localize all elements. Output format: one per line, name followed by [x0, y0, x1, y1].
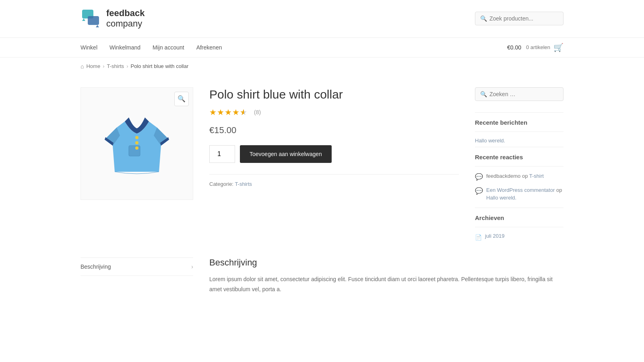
- breadcrumb-current: Polo shirt blue with collar: [130, 63, 188, 69]
- comment-text-1: feedbackdemo op T-shirt: [486, 172, 544, 180]
- description-tab-label: Beschrijving: [80, 263, 111, 270]
- quantity-input[interactable]: [209, 145, 235, 163]
- recent-posts-title: Recente berichten: [475, 112, 564, 126]
- logo-company: company: [106, 19, 144, 29]
- product-area: 🔍: [80, 87, 459, 245]
- product-stars: ★★★★★★: [209, 107, 248, 117]
- nav-winkel[interactable]: Winkel: [80, 44, 97, 51]
- description-tab[interactable]: Beschrijving ›: [80, 257, 193, 276]
- svg-rect-2: [129, 146, 140, 156]
- comment-user-1: feedbackdemo: [486, 173, 520, 179]
- description-section: Beschrijving › Beschrijving Lorem ipsum …: [0, 257, 644, 311]
- comment-bubble-icon-2: 💬: [475, 187, 483, 195]
- archive-link-1[interactable]: juli 2019: [485, 233, 504, 239]
- cart-icon[interactable]: 🛒: [553, 43, 564, 52]
- main-content: 🔍: [0, 75, 644, 257]
- stars-area: ★★★★★★ (8): [209, 107, 459, 117]
- logo-area: feedback company: [80, 8, 144, 29]
- product-image: [97, 99, 177, 188]
- main-nav: Winkel Winkelmand Mijn account Afrekenen…: [0, 38, 644, 58]
- desc-tab-col: Beschrijving ›: [80, 257, 193, 294]
- recent-posts-separator: [475, 132, 564, 132]
- sidebar-post-link-1[interactable]: Hallo wereld.: [475, 138, 564, 144]
- review-count: (8): [254, 109, 261, 115]
- description-title: Beschrijving: [209, 257, 564, 268]
- archive-icon: 📄: [475, 234, 482, 241]
- sidebar-search-input[interactable]: [489, 91, 558, 97]
- nav-afrekenen[interactable]: Afrekenen: [196, 44, 222, 51]
- home-icon: ⌂: [80, 63, 84, 70]
- product-image-col: 🔍: [80, 87, 193, 245]
- recent-comments-separator: [475, 166, 564, 167]
- comment-link-2[interactable]: Hallo wereld.: [486, 195, 516, 201]
- logo-text: feedback company: [106, 8, 144, 29]
- sidebar-search-icon: 🔍: [480, 91, 487, 97]
- nav-winkelmand[interactable]: Winkelmand: [109, 44, 140, 51]
- comment-user-link-2[interactable]: Een WordPress commentator: [486, 187, 555, 193]
- sidebar: 🔍 Recente berichten Hallo wereld. Recent…: [475, 87, 564, 245]
- product-price: €15.00: [209, 125, 459, 136]
- nav-links: Winkel Winkelmand Mijn account Afrekenen: [80, 38, 222, 57]
- archives-title: Archieven: [475, 208, 564, 221]
- breadcrumb-sep-1: ›: [103, 63, 104, 69]
- breadcrumb: ⌂ Home › T-shirts › Polo shirt blue with…: [0, 58, 644, 75]
- site-header: feedback company 🔍: [0, 0, 644, 38]
- sidebar-search-box[interactable]: 🔍: [475, 87, 564, 101]
- comment-text-2: Een WordPress commentator op Hallo werel…: [486, 186, 564, 202]
- search-icon: 🔍: [480, 15, 487, 22]
- tab-arrow-icon: ›: [191, 263, 193, 270]
- logo-feedback: feedback: [106, 8, 144, 19]
- comment-bubble-icon: 💬: [475, 173, 483, 181]
- product-title: Polo shirt blue with collar: [209, 87, 459, 102]
- product-details: Polo shirt blue with collar ★★★★★★ (8) €…: [209, 87, 459, 245]
- cart-count: 0 artikelen: [526, 44, 550, 50]
- category-link[interactable]: T-shirts: [235, 181, 252, 187]
- product-image-wrapper: 🔍: [80, 87, 193, 200]
- nav-mijn-account[interactable]: Mijn account: [153, 44, 184, 51]
- breadcrumb-home[interactable]: Home: [86, 63, 100, 69]
- breadcrumb-sep-2: ›: [126, 63, 128, 69]
- logo-icon: [80, 8, 101, 29]
- category-line: Categorie: T-shirts: [209, 174, 459, 187]
- svg-point-3: [135, 136, 138, 139]
- archives-separator: [475, 227, 564, 227]
- header-search-input[interactable]: [489, 15, 558, 22]
- zoom-button[interactable]: 🔍: [174, 92, 189, 106]
- comment-link-1[interactable]: T-shirt: [529, 173, 544, 179]
- comment-prep-1: op: [522, 173, 529, 179]
- header-search-box[interactable]: 🔍: [475, 12, 564, 25]
- add-to-cart-row: Toevoegen aan winkelwagen: [209, 145, 459, 163]
- cart-area: €0.00 0 artikelen 🛒: [507, 43, 564, 52]
- breadcrumb-category[interactable]: T-shirts: [107, 63, 124, 69]
- cart-price: €0.00: [507, 44, 521, 51]
- recent-comments-title: Recente reacties: [475, 147, 564, 160]
- description-text: Lorem ipsum dolor sit amet, consectetur …: [209, 274, 564, 294]
- category-label: Categorie:: [209, 181, 233, 187]
- comment-prep-2: op: [556, 187, 562, 193]
- add-to-cart-button[interactable]: Toevoegen aan winkelwagen: [240, 145, 332, 163]
- svg-point-5: [135, 146, 138, 150]
- svg-rect-1: [88, 16, 99, 25]
- desc-content: Beschrijving Lorem ipsum dolor sit amet,…: [209, 257, 564, 294]
- comment-item-2: 💬 Een WordPress commentator op Hallo wer…: [475, 186, 564, 202]
- archive-item-1: 📄 juli 2019: [475, 233, 564, 242]
- comment-item-1: 💬 feedbackdemo op T-shirt: [475, 172, 564, 181]
- svg-point-4: [135, 141, 138, 144]
